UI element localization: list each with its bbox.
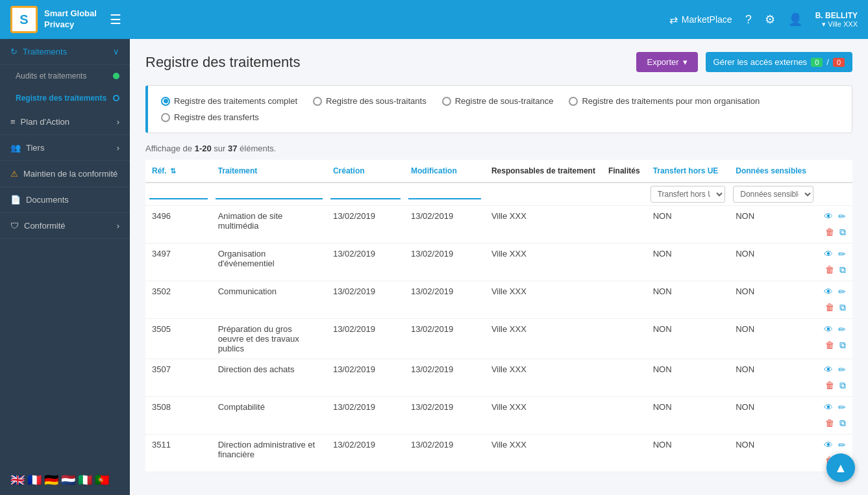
cell-modification: 13/02/2019: [404, 397, 485, 435]
view-icon[interactable]: 👁: [824, 286, 833, 297]
filter-modification-input[interactable]: [408, 186, 481, 199]
cell-actions: 👁 ✏ 🗑 ⧉: [817, 244, 852, 281]
sidebar-item-conformite[interactable]: 🛡 Conformité ›: [0, 213, 130, 239]
delete-icon[interactable]: 🗑: [825, 418, 834, 429]
flag-nl[interactable]: 🇳🇱: [61, 473, 75, 487]
delete-icon[interactable]: 🗑: [825, 380, 834, 391]
cell-traitement: Communication: [212, 281, 327, 319]
flag-en[interactable]: 🇬🇧: [10, 473, 25, 487]
cell-finalites: [602, 206, 647, 244]
cell-donnees: NON: [729, 397, 817, 435]
filter-creation-input[interactable]: [330, 186, 401, 199]
copy-icon[interactable]: ⧉: [839, 264, 846, 275]
th-donnees[interactable]: Données sensibles: [729, 160, 817, 183]
edit-icon[interactable]: ✏: [838, 286, 846, 297]
th-transfert[interactable]: Transfert hors UE: [647, 160, 730, 183]
gear-icon[interactable]: ⚙: [765, 12, 775, 27]
logo[interactable]: S Smart Global Privacy: [10, 6, 97, 33]
hamburger-icon[interactable]: ☰: [110, 12, 121, 27]
th-traitement[interactable]: Traitement: [212, 160, 327, 183]
filter-traitement-input[interactable]: [216, 186, 323, 199]
sidebar-item-registre[interactable]: Registre des traitements: [0, 87, 130, 109]
th-creation[interactable]: Création: [327, 160, 404, 183]
cell-modification: 13/02/2019: [404, 319, 485, 359]
sidebar-item-documents[interactable]: 📄 Documents: [0, 187, 130, 213]
radio-mon-org[interactable]: Registre des traitements pour mon organi…: [569, 96, 760, 106]
delete-icon[interactable]: 🗑: [825, 340, 834, 351]
cell-donnees: NON: [729, 435, 817, 472]
chevron-down-icon: ∨: [113, 47, 119, 57]
edit-icon[interactable]: ✏: [838, 402, 846, 412]
edit-icon[interactable]: ✏: [838, 211, 846, 222]
sidebar-item-audits[interactable]: Audits et traitements: [0, 65, 130, 87]
edit-icon[interactable]: ✏: [838, 324, 846, 335]
cell-actions: 👁 ✏ 🗑 ⧉: [817, 206, 852, 244]
cell-donnees: NON: [729, 244, 817, 281]
flag-fr[interactable]: 🇫🇷: [27, 473, 42, 487]
table-row: 3511 Direction administrative et financi…: [145, 435, 852, 472]
copy-icon[interactable]: ⧉: [839, 302, 846, 313]
cell-transfert: NON: [647, 206, 730, 244]
view-icon[interactable]: 👁: [824, 440, 833, 450]
copy-icon[interactable]: ⧉: [839, 418, 846, 429]
cell-ref: 3505: [145, 319, 212, 359]
view-icon[interactable]: 👁: [824, 364, 833, 375]
radio-complet[interactable]: Registre des traitements complet: [161, 96, 297, 106]
cell-ref: 3496: [145, 206, 212, 244]
flag-pt[interactable]: 🇵🇹: [95, 473, 109, 487]
cell-modification: 13/02/2019: [404, 435, 485, 472]
filter-transfert-select[interactable]: Transfert hors UE OUI NON: [651, 186, 726, 203]
cell-responsables: Ville XXX: [485, 244, 602, 281]
user-info[interactable]: B. BELLITY ▾ Ville XXX: [815, 11, 858, 29]
cell-ref: 3508: [145, 397, 212, 435]
layout: ↻ Traitements ∨ Audits et traitements Re…: [0, 39, 868, 495]
edit-icon[interactable]: ✏: [838, 440, 846, 450]
cell-actions: 👁 ✏ 🗑 ⧉: [817, 397, 852, 435]
copy-icon[interactable]: ⧉: [839, 340, 846, 351]
radio-label-sous-traitance: Registre de sous-traitance: [455, 96, 554, 106]
radio-label-sous-traitants: Registre des sous-traitants: [326, 96, 427, 106]
filter-donnees-select[interactable]: Données sensibles OUI NON: [733, 186, 813, 203]
edit-icon[interactable]: ✏: [838, 364, 846, 375]
cell-modification: 13/02/2019: [404, 281, 485, 319]
flag-it[interactable]: 🇮🇹: [78, 473, 92, 487]
sidebar-label-traitements: Traitements: [23, 47, 67, 57]
flag-de[interactable]: 🇩🇪: [44, 473, 58, 487]
radio-circle-mon-org: [569, 97, 578, 106]
view-icon[interactable]: 👁: [824, 324, 833, 335]
th-ref[interactable]: Réf. ⇅: [145, 160, 212, 183]
view-icon[interactable]: 👁: [824, 249, 833, 259]
marketplace-label: MarketPlace: [682, 14, 732, 25]
sidebar-item-traitements[interactable]: ↻ Traitements ∨: [0, 39, 130, 65]
count-mid: sur: [214, 144, 228, 153]
user-icon[interactable]: 👤: [788, 12, 802, 27]
cell-creation: 13/02/2019: [327, 244, 404, 281]
radio-sous-traitance[interactable]: Registre de sous-traitance: [442, 96, 554, 106]
scroll-top-button[interactable]: ▲: [826, 453, 855, 482]
acces-externes-button[interactable]: Gérer les accès externes 0 / 0: [706, 52, 852, 72]
sidebar-item-plan[interactable]: ≡ Plan d'Action ›: [0, 109, 130, 135]
copy-icon[interactable]: ⧉: [839, 380, 846, 391]
table-filter-row: Transfert hors UE OUI NON Données sensib…: [145, 183, 852, 206]
delete-icon[interactable]: 🗑: [825, 302, 834, 313]
export-button[interactable]: Exporter ▾: [636, 52, 697, 72]
sidebar-item-maintien[interactable]: ⚠ Maintien de la conformité: [0, 161, 130, 187]
users-icon: 👥: [10, 143, 21, 153]
radio-label-complet: Registre des traitements complet: [174, 96, 297, 106]
cell-traitement: Préparation du gros oeuvre et des travau…: [212, 319, 327, 359]
radio-sous-traitants[interactable]: Registre des sous-traitants: [313, 96, 427, 106]
sidebar-item-tiers[interactable]: 👥 Tiers ›: [0, 135, 130, 161]
help-icon[interactable]: ?: [745, 13, 752, 27]
cell-transfert: NON: [647, 435, 730, 472]
cell-transfert: NON: [647, 359, 730, 397]
filter-ref-input[interactable]: [149, 186, 208, 199]
view-icon[interactable]: 👁: [824, 402, 833, 412]
delete-icon[interactable]: 🗑: [825, 227, 834, 238]
marketplace-button[interactable]: ⇄ MarketPlace: [669, 14, 732, 26]
radio-transferts[interactable]: Registre des transferts: [161, 112, 259, 122]
th-modification[interactable]: Modification: [404, 160, 485, 183]
copy-icon[interactable]: ⧉: [839, 227, 846, 238]
view-icon[interactable]: 👁: [824, 211, 833, 222]
edit-icon[interactable]: ✏: [838, 249, 846, 259]
delete-icon[interactable]: 🗑: [825, 264, 834, 275]
